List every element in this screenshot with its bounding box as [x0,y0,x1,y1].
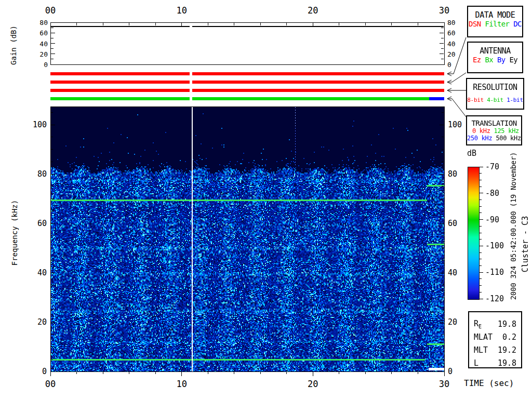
gain-right-tick-label: 60 [447,30,468,36]
colorbar-tick-label: -120 [485,295,504,303]
wbd-plot-page: Gain (dB) Frequency (kHz) 00102030002020… [0,0,532,399]
freq-left-tick [51,310,53,310]
gain-right-tick-label: 20 [447,51,468,58]
gain-axis-title: Gain (dB) [10,25,17,65]
colorbar-tick [480,167,483,167]
colorbar-tick [480,246,483,246]
gain-top-tick [365,23,366,25]
time-bottom-tick [50,371,51,376]
gain-plot-box [50,22,445,65]
data-mode-title: DATA MODE [468,10,522,20]
gain-left-tick [51,59,54,59]
colorbar-tick [480,285,482,286]
time-bottom-tick-label: 00 [40,380,61,389]
colorbar-tick-label: -110 [485,269,504,276]
gain-right-tick-label: 0 [447,61,468,68]
time-bottom-tick-label: 30 [434,380,455,389]
time-bottom-tick [313,371,313,376]
data-mode-options: DSN Filter DC [468,20,522,28]
freq-right-tick-label: 0 [448,368,470,376]
time-bottom-tick [234,371,234,374]
ephemeris-value: 19.2 [498,345,516,355]
ephemeris-label: MLT [474,345,488,355]
option-ey: Ey [509,56,517,64]
freq-right-tick [442,112,444,113]
gain-top-tick-label: 30 [434,6,455,15]
freq-right-tick [442,162,444,162]
colorbar-tick [480,206,482,207]
option-250-khz: 250 kHz [467,135,492,142]
freq-left-tick [51,198,53,199]
ephemeris-row: L19.8 [469,356,521,369]
spectrogram-canvas [51,107,444,371]
freq-left-tick-label: 100 [25,121,47,129]
gain-top-tick-label: 00 [40,6,61,15]
resolution-options: 8-bit 4-bit 1-bit [467,97,523,103]
gain-trace [51,26,190,27]
data-mode-bar [50,72,444,75]
option-dc: DC [513,20,522,28]
time-bottom-tick [181,371,182,376]
freq-left-tick-label: 0 [25,368,47,376]
gain-top-tick [103,23,103,25]
ephemeris-label: RE [474,319,482,329]
freq-right-tick [442,211,444,211]
freq-right-tick [442,334,444,335]
colorbar [468,167,480,300]
colorbar-tick [480,212,482,213]
freq-left-tick-label: 20 [25,318,47,326]
gain-left-tick [51,43,55,44]
translation-bar [429,97,444,100]
gain-top-tick [155,23,156,25]
colorbar-tick-label: -80 [485,190,499,197]
freq-right-tick [442,248,444,248]
resolution-bar [50,89,444,92]
ephemeris-row: RE19.8 [469,317,521,330]
antenna-options: Ez Bx By Ey [468,56,522,64]
ephemeris-value: 19.8 [498,320,516,329]
spacecraft-label: Cluster - C3 [522,216,529,272]
ephemeris-value: 0.2 [502,332,516,342]
time-bottom-tick [286,371,287,374]
freq-right-tick [440,273,444,273]
ephemeris-row: MLT19.2 [469,343,521,356]
freq-left-tick [51,297,53,298]
gain-top-tick [391,23,392,25]
freq-left-tick [51,125,55,125]
freq-left-tick [51,112,53,113]
gain-right-tick [441,59,444,59]
freq-right-tick-label: 40 [448,269,470,277]
data-mode-panel: DATA MODE DSN Filter DC [467,6,523,37]
freq-left-tick [51,235,53,236]
option-filter: Filter [485,20,509,28]
option-0-khz: 0 kHz [472,127,490,135]
translation-title: TRANSLATION [467,119,521,127]
translation-row: 0 kHz 125 kHz [467,127,519,135]
colorbar-tick [480,272,483,273]
timestamp-label: 2000 324 05:42:00.000 (19 November) [510,152,517,300]
gain-left-tick-label: 80 [27,19,48,26]
antenna-title: ANTENNA [468,46,522,56]
gain-right-tick [441,28,444,28]
colorbar-tick-label: -100 [485,242,504,250]
time-bottom-tick [418,371,418,374]
time-bottom-tick [208,371,208,374]
time-bottom-tick [444,371,445,376]
freq-left-tick [51,273,55,273]
gain-top-tick [339,23,339,25]
freq-right-tick [440,174,444,175]
gain-left-tick-label: 20 [27,51,48,58]
antenna-panel: ANTENNA Ez Bx By Ey [467,42,523,73]
gain-left-tick [51,33,55,33]
freq-left-tick [51,248,53,248]
option-4-bit: 4-bit [487,97,503,103]
translation-row: 250 kHz 500 kHz [467,135,519,142]
gain-left-tick [51,28,54,28]
colorbar-tick [480,219,483,220]
option-1-bit: 1-bit [507,97,523,103]
time-bottom-tick [365,371,366,374]
freq-left-tick-label: 40 [25,269,47,277]
gain-right-tick [441,38,444,38]
antenna-bar [50,81,444,84]
freq-right-tick-label: 60 [448,220,470,228]
